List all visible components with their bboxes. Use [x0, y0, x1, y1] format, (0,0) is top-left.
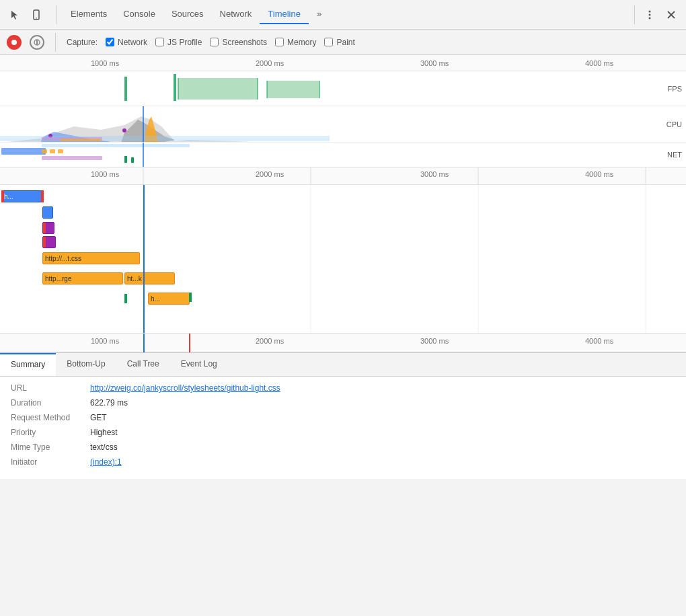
summary-row-duration: Duration 622.79 ms: [11, 398, 675, 408]
svg-rect-32: [58, 149, 63, 153]
svg-rect-33: [124, 156, 127, 163]
blue-marker-bottom: [143, 334, 145, 352]
tab-network[interactable]: Network: [212, 5, 260, 24]
net-bar-h-lower[interactable]: h...: [148, 293, 190, 305]
summary-row-method: Request Method GET: [11, 413, 675, 422]
capture-paint-checkbox[interactable]: [324, 38, 333, 46]
net-label: NET: [667, 151, 682, 159]
fps-label: FPS: [668, 85, 682, 93]
summary-key-priority: Priority: [11, 428, 85, 437]
summary-key-mimetype: Mime Type: [11, 442, 85, 452]
summary-tab-eventlog[interactable]: Event Log: [170, 353, 228, 376]
summary-key-initiator: Initiator: [11, 457, 85, 467]
net-bar-purple2[interactable]: [42, 236, 56, 248]
summary-val-priority: Highest: [90, 428, 118, 437]
summary-val-initiator[interactable]: (index):1: [90, 457, 122, 467]
bottom-ruler-2000: 2000 ms: [256, 337, 284, 345]
capture-screenshots-checkbox[interactable]: [210, 38, 219, 46]
capture-memory-checkbox[interactable]: [275, 38, 284, 46]
stop-icon: [34, 39, 40, 46]
svg-rect-12: [178, 78, 258, 100]
green-tick2: [189, 293, 192, 302]
capture-screenshots-label: Screenshots: [222, 38, 267, 47]
tab-console[interactable]: Console: [115, 5, 163, 24]
net-bar-small1[interactable]: [42, 206, 53, 219]
summary-key-url: URL: [11, 383, 85, 393]
summary-row-priority: Priority Highest: [11, 428, 675, 437]
svg-rect-29: [42, 156, 102, 160]
vertical-dots-icon: [644, 9, 655, 20]
ruler-label-2000: 2000 ms: [256, 59, 284, 67]
summary-key-duration: Duration: [11, 398, 85, 408]
summary-row-initiator: Initiator (index):1: [11, 457, 675, 467]
svg-point-2: [649, 10, 651, 12]
red-mark-purple1: [43, 223, 46, 233]
tab-more[interactable]: »: [309, 5, 330, 24]
summary-tab-summary[interactable]: Summary: [0, 353, 56, 376]
tab-sources[interactable]: Sources: [163, 5, 212, 24]
record-icon: [11, 39, 17, 46]
cpu-chart: [0, 106, 659, 142]
close-btn[interactable]: [662, 5, 681, 24]
summary-row-mimetype: Mime Type text/css: [11, 442, 675, 452]
cursor-icon-btn[interactable]: [5, 5, 24, 24]
net-bar-h-lower-label: h...: [151, 295, 160, 303]
network-bars-container: h... http://...t.css http...rge ht...k: [0, 185, 686, 333]
svg-point-7: [11, 40, 17, 45]
svg-rect-26: [61, 139, 101, 141]
ruler-label-4000: 4000 ms: [585, 59, 613, 67]
capture-network-checkbox[interactable]: [106, 38, 114, 46]
bottom-ruler: 1000 ms 2000 ms 3000 ms 4000 ms: [0, 334, 686, 352]
capture-network-option[interactable]: Network: [106, 38, 147, 47]
net-bar-css[interactable]: http://...t.css: [42, 252, 140, 264]
bottom-ruler-3000: 3000 ms: [420, 337, 449, 345]
capture-paint-option[interactable]: Paint: [324, 38, 354, 47]
nav-icons: [5, 5, 46, 24]
summary-panel: Summary Bottom-Up Call Tree Event Log UR…: [0, 352, 686, 479]
svg-point-3: [649, 13, 651, 15]
capture-jsprofile-option[interactable]: JS Profile: [155, 38, 202, 47]
mobile-icon-btn[interactable]: [27, 5, 46, 24]
bottom-ruler-4000: 4000 ms: [585, 337, 613, 345]
svg-rect-11: [174, 74, 176, 101]
capture-jsprofile-checkbox[interactable]: [155, 38, 164, 46]
svg-rect-34: [131, 157, 134, 163]
summary-tab-calltree[interactable]: Call Tree: [116, 353, 170, 376]
overview-time-ruler: 1000 ms 2000 ms 3000 ms 4000 ms: [0, 55, 686, 71]
ruler-label-1000: 1000 ms: [91, 59, 119, 67]
net-bar-html[interactable]: h...: [1, 190, 42, 202]
svg-rect-35: [42, 144, 190, 147]
fps-content: [0, 71, 686, 106]
capture-options: Network JS Profile Screenshots Memory Pa…: [106, 38, 355, 47]
ruler-label-3000: 3000 ms: [420, 59, 449, 67]
cpu-content: [0, 106, 686, 142]
net-bar-htk[interactable]: ht...k: [124, 272, 175, 284]
tab-timeline[interactable]: Timeline: [260, 5, 309, 24]
stop-button[interactable]: [30, 35, 44, 50]
more-options-btn[interactable]: [640, 5, 659, 24]
blue-marker-waterfall: [143, 185, 145, 333]
net-row: NET: [0, 143, 686, 167]
nav-right-icons: [640, 5, 681, 24]
net-bar-htk-label: ht...k: [127, 275, 142, 282]
summary-tabs: Summary Bottom-Up Call Tree Event Log: [0, 353, 686, 377]
net-bar-purple1[interactable]: [42, 222, 54, 234]
red-marker-bottom: [189, 334, 190, 352]
summary-val-url[interactable]: http://zweig.co/jankyscroll/stylesheets/…: [90, 383, 280, 393]
capture-screenshots-option[interactable]: Screenshots: [210, 38, 267, 47]
net-bar-rge[interactable]: http...rge: [42, 272, 123, 284]
tab-elements[interactable]: Elements: [63, 5, 115, 24]
fps-chart: [0, 71, 659, 106]
svg-rect-31: [50, 149, 55, 153]
svg-point-1: [36, 17, 37, 19]
capture-memory-option[interactable]: Memory: [275, 38, 316, 47]
summary-tab-bottomup[interactable]: Bottom-Up: [56, 353, 116, 376]
svg-rect-13: [267, 81, 319, 98]
close-icon: [666, 10, 676, 20]
summary-key-method: Request Method: [11, 413, 85, 422]
svg-point-23: [122, 128, 126, 132]
capture-bar: Capture: Network JS Profile Screenshots …: [0, 30, 686, 55]
record-button[interactable]: [7, 35, 22, 50]
summary-val-mimetype: text/css: [90, 442, 118, 452]
capture-memory-label: Memory: [287, 38, 316, 47]
